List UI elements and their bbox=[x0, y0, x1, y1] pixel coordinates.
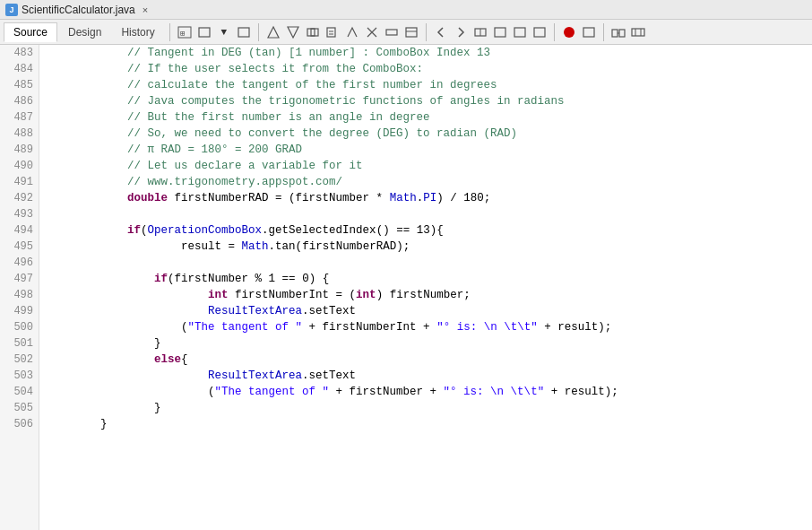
line-number-505: 505 bbox=[5, 400, 33, 416]
line-number-491: 491 bbox=[5, 174, 33, 190]
code-line-498: int firstNumberInt = (int) firstNumber; bbox=[47, 287, 812, 303]
code-line-501: } bbox=[47, 335, 812, 352]
file-icon: J bbox=[5, 4, 18, 16]
toolbar-btn-13[interactable] bbox=[491, 23, 509, 41]
toolbar-btn-nav-fwd[interactable] bbox=[452, 23, 470, 41]
svg-rect-11 bbox=[386, 30, 397, 35]
toolbar-btn-3[interactable] bbox=[235, 23, 253, 41]
line-number-487: 487 bbox=[5, 109, 33, 126]
svg-point-19 bbox=[564, 27, 574, 38]
code-content[interactable]: // Tangent in DEG (tan) [1 number] : Com… bbox=[39, 45, 812, 530]
line-number-499: 499 bbox=[5, 303, 33, 319]
svg-rect-16 bbox=[495, 28, 505, 37]
divider-2 bbox=[258, 23, 259, 41]
toolbar-btn-12[interactable] bbox=[471, 23, 489, 41]
code-line-502: else{ bbox=[47, 352, 812, 368]
svg-rect-21 bbox=[612, 30, 618, 37]
svg-marker-4 bbox=[268, 27, 279, 38]
toolbar-btn-1[interactable]: ⊞ bbox=[176, 23, 194, 41]
line-number-497: 497 bbox=[5, 271, 33, 287]
svg-text:⊞: ⊞ bbox=[180, 30, 185, 39]
line-number-489: 489 bbox=[5, 142, 33, 158]
toolbar-btn-17[interactable] bbox=[609, 23, 627, 41]
code-line-504: ("The tangent of " + firstNumber + "° is… bbox=[47, 384, 812, 400]
divider-1 bbox=[169, 23, 170, 41]
code-line-488: // So, we need to convert the degree (DE… bbox=[47, 126, 812, 142]
code-line-493 bbox=[47, 206, 812, 222]
code-line-492: double firstNumberRAD = (firstNumber * M… bbox=[47, 190, 812, 206]
line-number-501: 501 bbox=[5, 335, 33, 352]
svg-rect-12 bbox=[406, 28, 417, 37]
code-line-500: ("The tangent of " + firstNumberInt + "°… bbox=[47, 319, 812, 335]
line-number-500: 500 bbox=[5, 319, 33, 335]
code-line-489: // π RAD = 180° = 200 GRAD bbox=[47, 142, 812, 158]
toolbar-btn-8[interactable] bbox=[343, 23, 361, 41]
toolbar-btn-14[interactable] bbox=[511, 23, 529, 41]
code-line-506: } bbox=[47, 416, 812, 432]
toolbar: Source Design History ⊞ ▼ bbox=[0, 20, 812, 45]
svg-rect-24 bbox=[632, 29, 644, 36]
toolbar-btn-dropdown[interactable]: ▼ bbox=[215, 23, 233, 41]
line-number-484: 484 bbox=[5, 61, 33, 77]
toolbar-btn-10[interactable] bbox=[383, 23, 401, 41]
svg-rect-22 bbox=[619, 30, 625, 37]
svg-rect-3 bbox=[238, 28, 249, 37]
svg-rect-17 bbox=[514, 28, 525, 37]
line-number-485: 485 bbox=[5, 77, 33, 93]
tab-design[interactable]: Design bbox=[59, 23, 110, 41]
code-line-487: // But the first number is an angle in d… bbox=[47, 109, 812, 126]
tab-source[interactable]: Source bbox=[4, 22, 57, 42]
divider-3 bbox=[426, 23, 427, 41]
code-area: 4834844854864874884894904914924934944954… bbox=[0, 45, 812, 530]
line-number-498: 498 bbox=[5, 287, 33, 303]
line-number-490: 490 bbox=[5, 158, 33, 174]
toolbar-btn-5[interactable] bbox=[284, 23, 302, 41]
line-number-492: 492 bbox=[5, 190, 33, 206]
tab-history[interactable]: History bbox=[112, 23, 163, 41]
code-line-503: ResultTextArea.setText bbox=[47, 368, 812, 384]
title-bar: J ScientificCalculator.java × bbox=[0, 0, 812, 20]
code-line-497: if(firstNumber % 1 == 0) { bbox=[47, 271, 812, 287]
toolbar-btn-4[interactable] bbox=[264, 23, 282, 41]
svg-rect-20 bbox=[583, 28, 594, 37]
toolbar-btn-16[interactable] bbox=[580, 23, 598, 41]
line-number-503: 503 bbox=[5, 368, 33, 384]
line-numbers: 4834844854864874884894904914924934944954… bbox=[0, 45, 39, 530]
line-number-506: 506 bbox=[5, 416, 33, 432]
code-line-483: // Tangent in DEG (tan) [1 number] : Com… bbox=[47, 45, 812, 61]
toolbar-btn-7[interactable] bbox=[324, 23, 341, 41]
code-line-495: result = Math.tan(firstNumberRAD); bbox=[47, 239, 812, 255]
code-line-491: // www.trigonometry.appspot.com/ bbox=[47, 174, 812, 190]
code-line-485: // calculate the tangent of the first nu… bbox=[47, 77, 812, 93]
line-number-495: 495 bbox=[5, 239, 33, 255]
toolbar-btn-stop[interactable] bbox=[560, 23, 578, 41]
close-button[interactable]: × bbox=[143, 4, 148, 15]
toolbar-btn-9[interactable] bbox=[363, 23, 381, 41]
divider-4 bbox=[554, 23, 555, 41]
code-line-499: ResultTextArea.setText bbox=[47, 303, 812, 319]
svg-rect-18 bbox=[534, 28, 545, 37]
svg-rect-2 bbox=[199, 28, 210, 37]
svg-marker-5 bbox=[288, 27, 298, 38]
toolbar-btn-2[interactable] bbox=[195, 23, 213, 41]
line-number-504: 504 bbox=[5, 384, 33, 400]
toolbar-btn-18[interactable] bbox=[629, 23, 647, 41]
toolbar-btn-6[interactable] bbox=[304, 23, 322, 41]
line-number-502: 502 bbox=[5, 352, 33, 368]
code-line-490: // Let us declare a variable for it bbox=[47, 158, 812, 174]
code-line-494: if(OperationComboBox.getSelectedIndex() … bbox=[47, 222, 812, 239]
code-line-484: // If the user selects it from the Combo… bbox=[47, 61, 812, 77]
filename-label: ScientificCalculator.java bbox=[22, 4, 135, 16]
divider-5 bbox=[603, 23, 604, 41]
line-number-486: 486 bbox=[5, 93, 33, 109]
code-line-486: // Java computes the trigonometric funct… bbox=[47, 93, 812, 109]
toolbar-btn-11[interactable] bbox=[402, 23, 420, 41]
code-line-496 bbox=[47, 255, 812, 271]
line-number-483: 483 bbox=[5, 45, 33, 61]
toolbar-btn-15[interactable] bbox=[531, 23, 549, 41]
line-number-496: 496 bbox=[5, 255, 33, 271]
line-number-488: 488 bbox=[5, 126, 33, 142]
line-number-494: 494 bbox=[5, 222, 33, 239]
toolbar-btn-nav-back[interactable] bbox=[432, 23, 450, 41]
line-number-493: 493 bbox=[5, 206, 33, 222]
